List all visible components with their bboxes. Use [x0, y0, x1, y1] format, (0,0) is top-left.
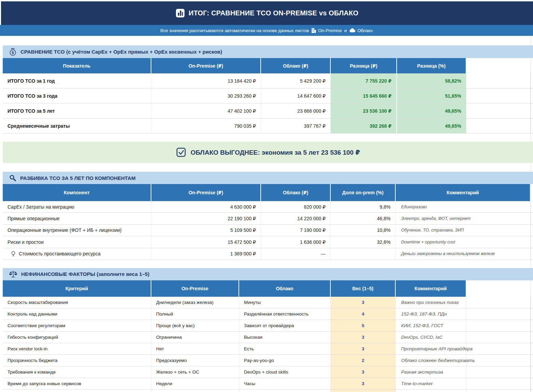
- comment-cell: Обучение, ТО, страховка, ЗИП: [396, 225, 531, 236]
- onprem-factor-cell: Недели: [151, 378, 239, 389]
- onprem-value-cell[interactable]: 4 630 000 ₽: [151, 201, 261, 212]
- comment-cell: Электро, аренда, ФОТ, интернет: [396, 213, 531, 224]
- onprem-value-cell[interactable]: 22 190 100 ₽: [151, 213, 261, 224]
- share-cell: [331, 248, 396, 260]
- column-header: Облако (₽): [261, 184, 331, 201]
- cloud-value-cell[interactable]: 820 000 ₽: [261, 201, 331, 212]
- column-header: Компонент: [3, 184, 151, 201]
- onprem-factor-cell: Проще (всё у вас): [151, 320, 239, 331]
- comment-cell: Деньги заморожены в неиспользуемом желез…: [396, 248, 531, 260]
- partial-next-row: [3, 390, 533, 392]
- grid-margin: [531, 201, 533, 212]
- cloud-value-cell[interactable]: 397 767 ₽: [261, 118, 331, 133]
- share-cell: 9,8%: [331, 201, 396, 212]
- section-factors-header: НЕФИНАНСОВЫЕ ФАКТОРЫ (заполните веса 1–5…: [3, 268, 533, 280]
- grid-margin: [466, 343, 533, 354]
- grid-margin: [466, 320, 533, 331]
- column-header: On-Premise (₽): [151, 58, 261, 73]
- onprem-value-cell[interactable]: 47 402 100 ₽: [151, 103, 261, 118]
- cloud-value-cell[interactable]: 14 220 000 ₽: [261, 213, 331, 224]
- comment-cell: Time-to-market: [396, 378, 466, 389]
- weight-input-cell[interactable]: 2: [331, 355, 396, 366]
- cloud-sheet-link-label: Облако: [357, 28, 373, 33]
- grid-margin: [531, 213, 533, 224]
- comment-cell: 152-ФЗ, 187-ФЗ, ПДн: [396, 308, 466, 320]
- verdict-banner: ОБЛАКО ВЫГОДНЕЕ: экономия за 5 лет 23 53…: [3, 142, 533, 163]
- column-header: Показатель: [3, 58, 151, 73]
- grid-margin: [466, 103, 533, 118]
- table-row: Контроль над данными Полный Разделённая …: [3, 308, 533, 320]
- comment-cell: Downtime + opportunity cost: [396, 236, 531, 248]
- weight-input-cell[interactable]: 3: [331, 378, 396, 389]
- cloud-value-cell[interactable]: 1 636 000 ₽: [261, 236, 331, 248]
- onprem-value-cell[interactable]: 30 293 260 ₽: [151, 88, 261, 103]
- onprem-value-cell[interactable]: 1 389 000 ₽: [151, 248, 261, 260]
- cloud-factor-cell: Есть: [239, 343, 331, 354]
- onprem-value-cell[interactable]: 790 035 ₽: [151, 118, 261, 133]
- grid-margin: [466, 118, 533, 133]
- weight-input-cell[interactable]: 3: [331, 366, 396, 378]
- magnifier-icon: [9, 174, 16, 181]
- table-row: Стоимость простаивающего ресурса 1 389 0…: [3, 248, 533, 260]
- share-cell: 10,8%: [331, 225, 396, 236]
- table-row: Среднемесячные затраты 790 035 ₽ 397 767…: [3, 118, 533, 134]
- criterion-label: Риск vendor lock-in: [3, 343, 151, 354]
- table-row: CapEx / Затраты на миграцию 4 630 000 ₽ …: [3, 201, 533, 213]
- column-header: Облако: [239, 280, 331, 297]
- weight-input-cell[interactable]: 3: [331, 297, 396, 308]
- table-row: Гибкость конфигураций Ограничена Высокая…: [3, 332, 533, 343]
- cloud-value-cell[interactable]: 14 647 600 ₽: [261, 88, 331, 103]
- info-conjunction: и: [344, 28, 347, 33]
- column-header: Разница (₽): [331, 58, 397, 73]
- tco-row-label: ИТОГО TCO за 3 года: [3, 88, 151, 103]
- table-row: Время до запуска новых сервисов Недели Ч…: [3, 378, 533, 390]
- info-text: Все значения рассчитываются автоматическ…: [160, 28, 309, 33]
- onprem-value-cell[interactable]: 5 109 500 ₽: [151, 225, 261, 236]
- criterion-label: Время до запуска новых сервисов: [3, 378, 151, 389]
- onprem-factor-cell: Нет: [151, 343, 239, 354]
- table-header-row: Показатель On-Premise (₽) Облако (₽) Раз…: [3, 58, 533, 73]
- breakdown-table: Компонент On-Premise (₽) Облако (₽) Доля…: [3, 184, 533, 260]
- component-label: Операционные внутренние (ФОТ + ИБ + лице…: [3, 225, 151, 236]
- table-header-row: Компонент On-Premise (₽) Облако (₽) Доля…: [3, 184, 533, 201]
- weight-input-cell[interactable]: 3: [331, 332, 396, 343]
- comment-cell: КИИ, 152-ФЗ, ГОСТ: [396, 320, 466, 331]
- diff-pct-cell: 58,82%: [397, 73, 466, 88]
- cloud-value-cell[interactable]: —: [261, 248, 331, 260]
- scales-icon: [9, 270, 17, 278]
- checked-checkbox-icon: [176, 147, 186, 157]
- weight-input-cell[interactable]: 5: [331, 320, 396, 331]
- cloud-value-cell[interactable]: 7 190 000 ₽: [261, 225, 331, 236]
- grid-margin: [531, 225, 533, 236]
- diff-value-cell: 15 645 660 ₽: [331, 88, 397, 103]
- cloud-value-cell[interactable]: 5 429 200 ₽: [261, 73, 331, 88]
- table-row: Прямые операционные 22 190 100 ₽ 14 220 …: [3, 213, 533, 224]
- spacer: [0, 134, 533, 142]
- grid-margin: [466, 58, 533, 73]
- comment-cell: Разная экспертиза: [396, 366, 466, 378]
- comment-cell: DevOps, CI/CD, IaC: [396, 332, 466, 343]
- sheet-title-bar: ИТОГ: СРАВНЕНИЕ TCO ON-PREMISE vs ОБЛАКО: [1, 1, 533, 25]
- diff-value-cell: 23 536 100 ₽: [331, 103, 397, 118]
- cloud-factor-cell: Минуты: [239, 297, 331, 308]
- comment-cell: Проприетарные API провайдера: [396, 343, 466, 354]
- weight-input-cell[interactable]: 4: [331, 308, 396, 320]
- column-header: Облако (₽): [261, 58, 331, 73]
- cloud-factor-cell: Часы: [239, 378, 331, 389]
- cloud-factor-cell: Pay-as-you-go: [239, 355, 331, 366]
- spreadsheet-summary-sheet: ИТОГ: СРАВНЕНИЕ TCO ON-PREMISE vs ОБЛАКО…: [0, 0, 533, 392]
- tco-comparison-table: Показатель On-Premise (₽) Облако (₽) Раз…: [3, 58, 533, 134]
- share-cell: 32,6%: [331, 236, 396, 248]
- tco-row-label: Среднемесячные затраты: [3, 118, 151, 133]
- weight-input-cell[interactable]: 3: [331, 343, 396, 354]
- spacer: [0, 163, 533, 172]
- onprem-value-cell[interactable]: 15 472 500 ₽: [151, 236, 261, 248]
- table-row: ИТОГО TCO за 1 год 13 184 420 ₽ 5 429 20…: [3, 73, 533, 88]
- column-header: Вес (1–5): [331, 280, 396, 297]
- column-header: Комментарий: [396, 280, 466, 297]
- cloud-value-cell[interactable]: 23 866 000 ₽: [261, 103, 331, 118]
- section-breakdown-header: РАЗБИВКА TCO ЗА 5 ЛЕТ ПО КОМПОНЕНТАМ: [3, 172, 533, 184]
- onprem-value-cell[interactable]: 13 184 420 ₽: [151, 73, 261, 88]
- column-header: Доля on-prem (%): [331, 184, 396, 201]
- grid-margin: [466, 366, 533, 378]
